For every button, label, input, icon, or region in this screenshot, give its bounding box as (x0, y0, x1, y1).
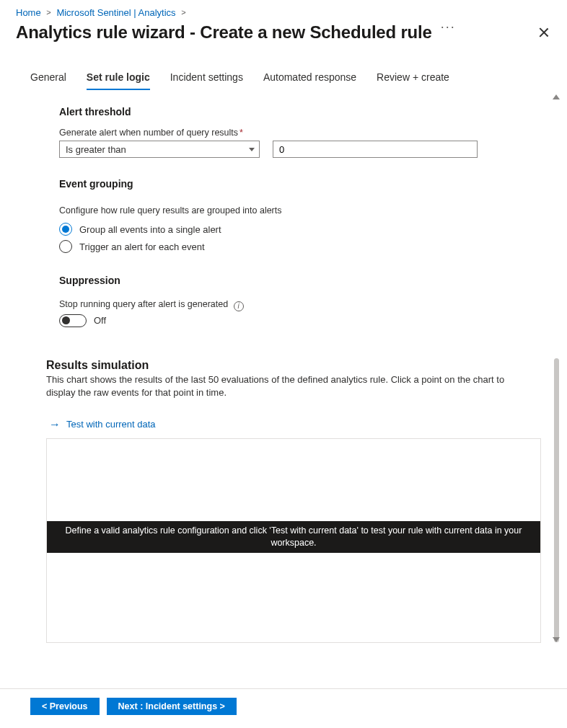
close-icon[interactable] (538, 27, 550, 38)
tab-set-rule-logic[interactable]: Set rule logic (87, 67, 150, 90)
wizard-footer: < Previous Next : Incident settings > (0, 688, 567, 715)
breadcrumb-item-sentinel[interactable]: Microsoft Sentinel | Analytics (56, 7, 175, 18)
next-button[interactable]: Next : Incident settings > (107, 698, 237, 715)
chevron-down-icon (249, 148, 255, 151)
arrow-right-icon: → (49, 418, 61, 431)
scroll-down-icon[interactable] (553, 637, 560, 642)
event-grouping-desc: Configure how rule query results are gro… (59, 205, 541, 216)
page-title: Analytics rule wizard - Create a new Sch… (16, 22, 432, 43)
tab-automated-response[interactable]: Automated response (263, 67, 356, 90)
chevron-right-icon: > (181, 8, 185, 17)
radio-trigger-each[interactable]: Trigger an alert for each event (59, 240, 541, 253)
breadcrumb: Home > Microsoft Sentinel | Analytics > (0, 0, 567, 19)
section-alert-threshold: Alert threshold (59, 106, 541, 117)
test-with-current-data-link[interactable]: → Test with current data (49, 418, 541, 431)
suppression-label: Stop running query after alert is genera… (59, 299, 541, 310)
info-icon[interactable]: i (234, 301, 244, 311)
threshold-operator-select[interactable]: Is greater than (59, 141, 260, 158)
section-results-simulation: Results simulation (46, 359, 541, 372)
simulation-banner: Define a valid analytics rule configurat… (47, 521, 540, 553)
radio-label: Trigger an alert for each event (79, 241, 205, 252)
radio-label: Group all events into a single alert (79, 224, 221, 235)
more-options-icon[interactable]: ··· (441, 19, 456, 35)
threshold-operator-value: Is greater than (66, 144, 126, 155)
breadcrumb-item-home[interactable]: Home (16, 7, 41, 18)
toggle-state-label: Off (94, 315, 106, 326)
chevron-right-icon: > (46, 8, 50, 17)
simulation-chart: Define a valid analytics rule configurat… (46, 438, 541, 643)
radio-group-single[interactable]: Group all events into a single alert (59, 223, 541, 236)
section-event-grouping: Event grouping (59, 178, 541, 190)
simulation-description: This chart shows the results of the last… (46, 373, 529, 399)
test-link-label: Test with current data (66, 419, 156, 430)
tab-review-create[interactable]: Review + create (377, 67, 449, 90)
suppression-toggle[interactable] (59, 314, 87, 327)
radio-icon (59, 223, 72, 236)
section-suppression: Suppression (59, 275, 541, 286)
threshold-label: Generate alert when number of query resu… (59, 128, 541, 138)
tab-incident-settings[interactable]: Incident settings (170, 67, 243, 90)
previous-button[interactable]: < Previous (30, 698, 100, 715)
threshold-value-input[interactable] (273, 141, 478, 158)
tab-general[interactable]: General (30, 67, 66, 90)
tab-bar: General Set rule logic Incident settings… (0, 67, 567, 90)
radio-icon (59, 240, 72, 253)
toggle-knob (62, 316, 70, 324)
